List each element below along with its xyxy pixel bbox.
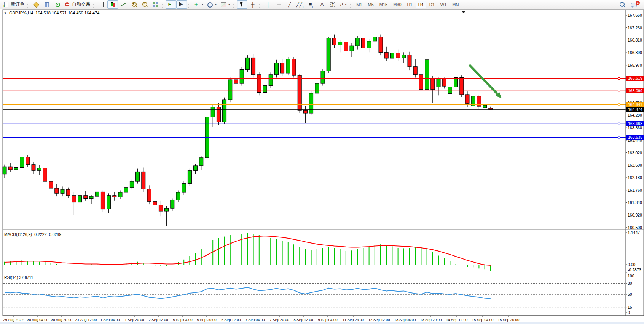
candle-body [431,78,435,90]
time-axis-label: 30 Aug 04:00 [27,318,48,322]
current-price-tag[interactable]: 164.474 [626,107,644,112]
channel-tool-button[interactable]: ╱╱E [295,0,306,9]
candle-body [43,168,47,181]
profiles-button[interactable] [41,0,52,9]
candle-body [26,157,30,165]
timeframe-M5[interactable]: M5 [365,1,376,8]
price-line-tag[interactable]: 163.535 [626,135,644,140]
price-line-tag[interactable]: 163.993 [626,121,644,126]
time-axis-label: 5 Sep 04:00 [173,318,192,322]
trendline-tool-button[interactable]: ╱ [284,0,295,9]
candle-body [136,172,140,181]
chart-symbol-period: GBPJPY-,H4 [9,11,33,15]
chart-shift-marker[interactable] [461,11,466,13]
timeframe-MN[interactable]: MN [450,1,461,8]
candle-body [274,63,278,75]
label-tool-button[interactable]: T [327,0,338,9]
time-axis-label: 15 Sep 20:00 [498,318,520,322]
candle-body [408,55,411,67]
symbol-dropdown-icon[interactable]: ▼ [4,11,7,15]
candle-body [252,58,255,74]
candle-body [211,107,215,117]
tile-windows-button[interactable] [150,0,161,9]
macd-axis-label: 0.00 [628,262,635,267]
zoom-in-button[interactable]: + [129,0,139,9]
price-tick-label: 167.230 [628,26,642,30]
candle-body [32,165,35,171]
bar-chart-mode-button[interactable] [97,0,107,9]
price-tick-label: 162.180 [628,175,642,180]
arrows-tool-button[interactable]: ⇄▼ [338,0,349,9]
vertical-line-icon: │ [267,2,270,7]
timeframe-D1[interactable]: D1 [427,1,437,8]
new-order-button[interactable]: 新订单 [2,0,26,9]
rsi-axis-label: 50 [628,292,632,297]
price-tick-label: 161.340 [628,200,642,205]
macd-name: MACD(12,26,9) [4,232,32,237]
toolbar-grip [93,2,96,8]
channel-icon: ╱╱ [296,2,303,7]
toolbar: 新订单 自动交易 + − ▼ ▼ ▼ ┼ │ ─ ╱ ╱╱E ≡F A T [0,0,644,9]
candle-body [240,70,244,84]
chart-shift-button[interactable] [176,0,187,9]
chat-button[interactable]: 1 [630,0,640,9]
candle-body [355,38,359,46]
auto-scroll-button[interactable] [166,0,176,9]
zoom-out-button[interactable]: − [139,0,150,9]
fibonacci-tool-button[interactable]: ≡F [306,0,317,9]
price-line-handle[interactable] [618,78,620,80]
cursor-tool-button[interactable] [237,0,247,9]
auto-trading-icon [64,2,71,8]
templates-button[interactable]: ▼ [218,0,232,9]
candle-body [465,95,469,103]
line-chart-mode-button[interactable] [118,0,129,9]
timeframe-H1[interactable]: H1 [405,1,415,8]
time-axis-label: 9 Sep 04:00 [318,318,337,322]
new-order-icon [3,2,10,8]
candle-body [147,189,151,202]
label-tool-icon: T [330,2,335,7]
text-tool-icon: A [320,2,324,7]
timeframe-M30[interactable]: M30 [391,1,404,8]
price-line-tag[interactable]: 165.099 [626,88,644,93]
indicators-button[interactable]: ▼ [192,0,205,9]
channel-sub-label: E [303,6,305,8]
search-button[interactable] [617,0,627,9]
timeframe-M1[interactable]: M1 [354,1,365,8]
periods-button[interactable]: ▼ [205,0,218,9]
trend-arrow-annotation[interactable] [469,65,497,94]
candle-body [14,168,18,170]
price-line-handle[interactable] [618,136,620,138]
timeframe-M15[interactable]: M15 [377,1,390,8]
styler-button[interactable] [31,0,41,9]
candle-body [171,200,174,208]
candle-body [448,87,452,94]
chart-window-border [3,10,644,316]
timeframe-H4[interactable]: H4 [416,1,426,8]
price-line-tag[interactable]: 165.519 [626,76,644,81]
candle-body [321,71,325,84]
auto-trading-button[interactable]: 自动交易 [63,0,92,9]
horizontal-line-tool-button[interactable]: ─ [274,0,284,9]
chart-canvas[interactable] [0,0,644,324]
price-tick-label: 164.280 [628,113,642,117]
time-axis-label: 13 Sep 20:00 [420,318,442,322]
time-axis-label: 12 Sep 12:00 [368,318,390,322]
candle-body [402,55,406,58]
signal-icon [54,2,61,8]
price-line-tag[interactable]: 164.641 [626,102,644,107]
price-line-handle[interactable] [618,123,620,125]
candle-body [20,157,24,168]
candlestick-mode-button[interactable] [107,0,118,9]
price-line-handle[interactable] [618,90,620,92]
candle-body [234,80,238,83]
vertical-line-tool-button[interactable]: │ [263,0,274,9]
price-line-handle[interactable] [618,104,620,106]
text-tool-button[interactable]: A [317,0,327,9]
time-axis-label: 7 Sep 20:00 [269,318,289,322]
crosshair-tool-button[interactable]: ┼ [247,0,258,9]
candle-body [315,83,319,93]
timeframe-W1[interactable]: W1 [438,1,450,8]
time-axis-label: 31 Aug 12:00 [75,318,97,322]
signals-button[interactable] [52,0,63,9]
